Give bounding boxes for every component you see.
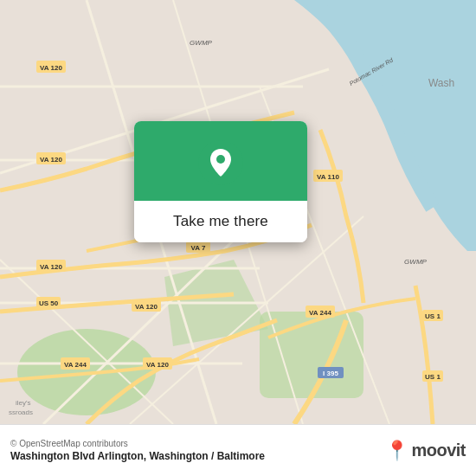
svg-text:VA 120: VA 120 [135,303,158,311]
location-pin-icon [198,140,243,185]
popup-green-section [134,121,307,201]
svg-text:VA 120: VA 120 [40,64,62,72]
svg-text:VA 120: VA 120 [40,263,62,271]
location-name: Washington Blvd Arlington, Washington / … [10,450,378,462]
svg-text:US 1: US 1 [425,312,441,320]
svg-text:Wash: Wash [428,77,454,89]
popup-card: Take me there [134,121,307,242]
svg-text:VA 110: VA 110 [317,173,339,181]
svg-rect-2 [260,312,363,398]
moovit-logo: 📍 moovit [385,440,466,462]
map-container: VA 120 VA 120 VA 120 VA 120 VA 120 VA 11… [0,0,476,424]
moovit-pin-icon: 📍 [385,440,408,462]
svg-text:VA 120: VA 120 [40,156,62,164]
svg-text:I 395: I 395 [323,370,338,377]
map-attribution: © OpenStreetMap contributors [10,439,378,448]
svg-text:VA 244: VA 244 [309,309,331,317]
take-me-there-button[interactable]: Take me there [134,201,307,242]
svg-point-49 [216,155,225,164]
bottom-bar: © OpenStreetMap contributors Washington … [0,424,476,476]
moovit-brand-text: moovit [411,441,466,460]
svg-text:GWMP: GWMP [190,39,212,47]
svg-text:US 50: US 50 [39,299,59,307]
svg-text:iley's: iley's [16,399,31,407]
svg-text:VA 244: VA 244 [64,361,87,369]
svg-text:GWMP: GWMP [404,258,427,266]
svg-text:US 1: US 1 [425,373,441,381]
svg-text:VA 120: VA 120 [146,361,169,369]
svg-text:ssroads: ssroads [9,408,33,416]
svg-text:VA 7: VA 7 [191,244,206,252]
